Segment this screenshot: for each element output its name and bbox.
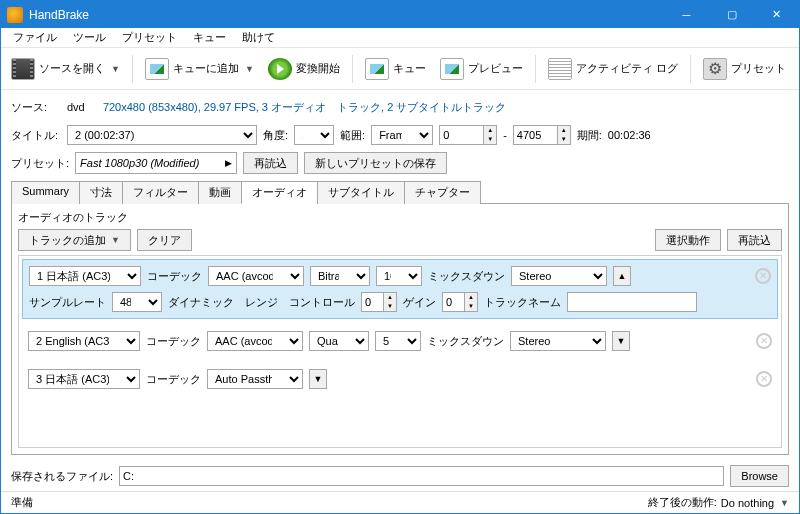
- drc-input[interactable]: [361, 292, 383, 312]
- samplerate-select[interactable]: 48: [112, 292, 162, 312]
- mixdown-select[interactable]: Stereo: [510, 331, 606, 351]
- down-icon[interactable]: ▼: [558, 135, 570, 144]
- separator: [132, 55, 133, 83]
- remove-track-button[interactable]: ✕: [755, 268, 771, 284]
- add-queue-button[interactable]: キューに追加▼: [139, 51, 260, 87]
- up-icon[interactable]: ▲: [558, 126, 570, 135]
- angle-select[interactable]: 1: [294, 125, 334, 145]
- menu-help[interactable]: 助けて: [234, 28, 283, 47]
- open-source-button[interactable]: ソースを開く▼: [5, 51, 126, 87]
- preview-button[interactable]: プレビュー: [434, 51, 529, 87]
- tab-strip: Summary 寸法 フィルター 動画 オーディオ サブタイトル チャプター: [11, 180, 789, 204]
- range-to-input[interactable]: [513, 125, 557, 145]
- gear-icon: [703, 58, 727, 80]
- codec-select[interactable]: AAC (avcodec): [207, 331, 303, 351]
- audio-track-row[interactable]: 3 日本語 (AC3) (2.0 ch) コーデック Auto Passthru…: [22, 363, 778, 395]
- save-path-input[interactable]: [119, 466, 724, 486]
- tab-chapters[interactable]: チャプター: [404, 181, 481, 204]
- remove-track-button[interactable]: ✕: [756, 371, 772, 387]
- track-source-select[interactable]: 2 English (AC3) (2.0 ch): [28, 331, 140, 351]
- done-action-value[interactable]: Do nothing: [721, 497, 774, 509]
- toolbar: ソースを開く▼ キューに追加▼ 変換開始 キュー プレビュー アクティビティ ロ…: [1, 48, 799, 90]
- codec-label: コーデック: [146, 372, 201, 387]
- track-source-select[interactable]: 3 日本語 (AC3) (2.0 ch): [28, 369, 140, 389]
- activity-log-button[interactable]: アクティビティ ログ: [542, 51, 684, 87]
- tab-audio[interactable]: オーディオ: [241, 181, 318, 204]
- status-bar: 準備 終了後の動作: Do nothing ▼: [1, 491, 799, 513]
- mode-value-select[interactable]: 160: [376, 266, 422, 286]
- browse-button[interactable]: Browse: [730, 465, 789, 487]
- selection-behavior-button[interactable]: 選択動作: [655, 229, 721, 251]
- separator: [352, 55, 353, 83]
- codec-label: コーデック: [146, 334, 201, 349]
- preset-save-button[interactable]: 新しいプリセットの保存: [304, 152, 447, 174]
- status-text: 準備: [11, 495, 33, 510]
- track-list: 1 日本語 (AC3) (2.0 ch) コーデック AAC (avcodec)…: [18, 255, 782, 448]
- add-queue-icon: [145, 58, 169, 80]
- mode-value-select[interactable]: 5: [375, 331, 421, 351]
- trackname-input[interactable]: [567, 292, 697, 312]
- tab-filters[interactable]: フィルター: [122, 181, 199, 204]
- codec-select[interactable]: AAC (avcodec): [208, 266, 304, 286]
- reload-audio-button[interactable]: 再読込: [727, 229, 782, 251]
- queue-button[interactable]: キュー: [359, 51, 432, 87]
- menu-preset[interactable]: プリセット: [114, 28, 185, 47]
- title-row: タイトル: 2 (00:02:37) 角度: 1 範囲: Frames ▲▼ -…: [11, 124, 789, 146]
- duration-label: 期間:: [577, 128, 602, 143]
- menu-queue[interactable]: キュー: [185, 28, 234, 47]
- range-from-input[interactable]: [439, 125, 483, 145]
- range-type-select[interactable]: Frames: [371, 125, 433, 145]
- chevron-down-icon[interactable]: ▼: [780, 498, 789, 508]
- separator: [690, 55, 691, 83]
- track-source-select[interactable]: 1 日本語 (AC3) (2.0 ch): [29, 266, 141, 286]
- trackname-label: トラックネーム: [484, 295, 561, 310]
- menu-file[interactable]: ファイル: [5, 28, 65, 47]
- title-select[interactable]: 2 (00:02:37): [67, 125, 257, 145]
- mode-select[interactable]: Bitrate:: [310, 266, 370, 286]
- tab-dimensions[interactable]: 寸法: [79, 181, 123, 204]
- range-label: 範囲:: [340, 128, 365, 143]
- close-button[interactable]: ✕: [754, 1, 799, 28]
- mode-select[interactable]: Quality:: [309, 331, 369, 351]
- range-to-stepper[interactable]: ▲▼: [513, 125, 571, 145]
- mixdown-label: ミックスダウン: [428, 269, 505, 284]
- drc-label: ダイナミック レンジ コントロール: [168, 295, 355, 310]
- duration-value: 00:02:36: [608, 129, 651, 141]
- mixdown-label: ミックスダウン: [427, 334, 504, 349]
- audio-track-row[interactable]: 1 日本語 (AC3) (2.0 ch) コーデック AAC (avcodec)…: [22, 259, 778, 319]
- play-icon: [268, 58, 292, 80]
- maximize-button[interactable]: ▢: [709, 1, 754, 28]
- remove-track-button[interactable]: ✕: [756, 333, 772, 349]
- audio-heading: オーディオのトラック: [18, 210, 782, 225]
- presets-button[interactable]: プリセット: [697, 51, 792, 87]
- gain-stepper[interactable]: ▲▼: [442, 292, 478, 312]
- codec-label: コーデック: [147, 269, 202, 284]
- expand-toggle[interactable]: ▼: [309, 369, 327, 389]
- gain-input[interactable]: [442, 292, 464, 312]
- audio-track-row[interactable]: 2 English (AC3) (2.0 ch) コーデック AAC (avco…: [22, 325, 778, 357]
- expand-toggle[interactable]: ▲: [613, 266, 631, 286]
- codec-select[interactable]: Auto Passthru: [207, 369, 303, 389]
- tab-video[interactable]: 動画: [198, 181, 242, 204]
- down-icon[interactable]: ▼: [484, 135, 496, 144]
- add-track-button[interactable]: トラックの追加 ▼: [18, 229, 131, 251]
- menu-tool[interactable]: ツール: [65, 28, 114, 47]
- tab-subtitles[interactable]: サブタイトル: [317, 181, 405, 204]
- clear-tracks-button[interactable]: クリア: [137, 229, 192, 251]
- drc-stepper[interactable]: ▲▼: [361, 292, 397, 312]
- chevron-down-icon: ▼: [111, 64, 120, 74]
- expand-toggle[interactable]: ▼: [612, 331, 630, 351]
- range-from-stepper[interactable]: ▲▼: [439, 125, 497, 145]
- source-row: ソース: dvd 720x480 (853x480), 29.97 FPS, 3…: [11, 96, 789, 118]
- preset-reload-button[interactable]: 再読込: [243, 152, 298, 174]
- up-icon[interactable]: ▲: [484, 126, 496, 135]
- minimize-button[interactable]: ─: [664, 1, 709, 28]
- gain-label: ゲイン: [403, 295, 436, 310]
- mixdown-select[interactable]: Stereo: [511, 266, 607, 286]
- start-encode-button[interactable]: 変換開始: [262, 51, 346, 87]
- dash: -: [503, 129, 507, 141]
- audio-panel: オーディオのトラック トラックの追加 ▼ クリア 選択動作 再読込 1 日本語 …: [11, 204, 789, 455]
- preset-picker[interactable]: Fast 1080p30 (Modified)▶: [75, 152, 237, 174]
- tab-summary[interactable]: Summary: [11, 181, 80, 204]
- angle-label: 角度:: [263, 128, 288, 143]
